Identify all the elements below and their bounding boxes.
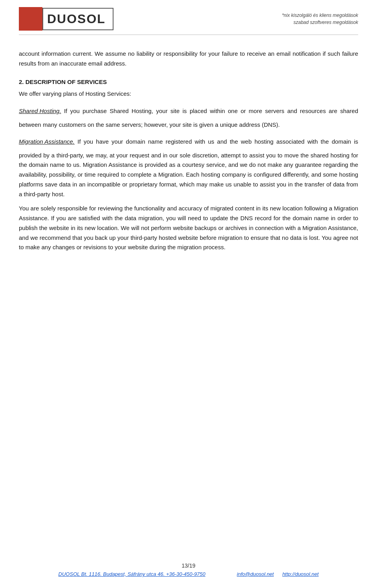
page: DUOSOL *nix kiszolgáló és kliens megoldá… (0, 0, 377, 588)
footer-links: DUOSOL Bt. 1116. Budapest, Sáfrány utca … (0, 571, 377, 577)
page-indicator: 13/19 (0, 562, 377, 569)
shared-hosting-title: Shared Hosting. (19, 106, 61, 116)
section-title: DESCRIPTION OF SERVICES (26, 79, 107, 85)
migration-paragraph-1: Migration Assistance. If you have your d… (19, 135, 358, 199)
shared-hosting-text: If you purchase Shared Hosting, your sit… (19, 108, 358, 128)
main-content: account information current. We assume n… (0, 41, 377, 264)
footer-right: info@duosol.net http://duosol.net (237, 571, 318, 577)
migration-title: Migration Assistance. (19, 137, 75, 147)
footer-address: DUOSOL Bt. 1116. Budapest, Sáfrány utca … (59, 571, 205, 577)
logo-box: DUOSOL (19, 7, 113, 31)
intro-paragraph: account information current. We assume n… (19, 49, 358, 69)
tagline-line2: szabad szoftveres megoldások (282, 19, 358, 26)
logo-icon (19, 7, 42, 31)
svg-rect-0 (24, 12, 38, 26)
section-heading: 2. DESCRIPTION OF SERVICES (19, 77, 358, 87)
migration-paragraph-2: You are solely responsible for reviewing… (19, 204, 358, 252)
logo-container: DUOSOL (19, 7, 113, 31)
logo-text: DUOSOL (47, 12, 106, 26)
tagline: *nix kiszolgáló és kliens megoldások sza… (282, 12, 358, 26)
footer-website[interactable]: http://duosol.net (282, 571, 319, 577)
header-divider (19, 35, 358, 35)
logo-text-box: DUOSOL (42, 8, 113, 30)
migration-text-1: If you have your domain name registered … (19, 138, 358, 197)
section-number: 2. (19, 79, 24, 85)
tagline-line1: *nix kiszolgáló és kliens megoldások (282, 12, 358, 19)
section-intro: We offer varying plans of Hosting Servic… (19, 89, 358, 99)
footer: 13/19 DUOSOL Bt. 1116. Budapest, Sáfrány… (0, 562, 377, 577)
header: DUOSOL *nix kiszolgáló és kliens megoldá… (0, 0, 377, 35)
footer-email[interactable]: info@duosol.net (237, 571, 274, 577)
shared-hosting-paragraph: Shared Hosting. If you purchase Shared H… (19, 104, 358, 130)
